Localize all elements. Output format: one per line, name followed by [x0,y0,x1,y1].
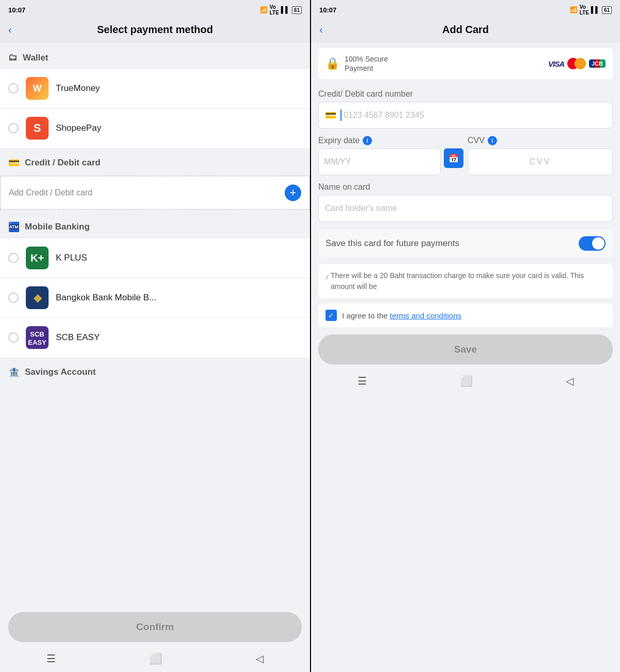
radio-truemoney[interactable] [8,83,19,94]
name-placeholder: Card holder's name [325,204,397,213]
add-card-button[interactable]: + [285,185,301,201]
list-item-truemoney[interactable]: W TrueMoney [0,68,310,108]
page-title-left: Select payment method [97,24,213,36]
nav-back-icon-right[interactable]: ◁ [566,375,574,387]
nav-back-icon[interactable]: ◁ [256,652,264,665]
expiry-input-group: MM/YY 📅 [318,148,463,175]
savings-icon: 🏦 [8,366,20,378]
name-label: Name on card [318,182,613,192]
card-input-icon: 💳 [325,110,336,121]
nav-bar-left: ☰ ⬜ ◁ [0,647,310,672]
header-right: ‹ Add Card [311,18,620,43]
label-shopeepay: ShopeePay [56,123,101,133]
expiry-input[interactable]: MM/YY [318,148,441,175]
time-left: 10:07 [8,6,25,14]
radio-kplus[interactable] [8,253,19,263]
credit-icon: 💳 [8,157,20,169]
section-savings-label: Savings Account [25,367,96,377]
card-logos: VISA JCB [548,58,606,69]
list-item-shopeepay[interactable]: S ShopeePay [0,108,310,148]
info-text: There will be a 20 Baht transaction char… [331,270,606,292]
card-number-placeholder: 0123 4567 8901 2345 [344,111,424,120]
status-bar-left: 10:07 📶 VoLTE ▌▌ 61 [0,0,310,18]
right-panel: 10:07 📶 VoLTE ▌▌ 61 ‹ Add Card 🔒 100% Se… [310,0,620,672]
agree-row: ✓ I agree to the terms and conditions [318,303,613,327]
list-item-scb[interactable]: SCBEASY SCB EASY [0,317,310,357]
status-icons-left: 📶 VoLTE ▌▌ 61 [260,4,302,16]
cvv-placeholder: CVV [530,157,551,166]
list-item-kplus[interactable]: K+ K PLUS [0,238,310,278]
radio-bangkok[interactable] [8,293,19,303]
back-button-right[interactable]: ‹ [319,24,323,36]
expiry-label: Expiry date i [318,136,463,145]
toggle-knob [592,237,605,250]
cvv-label: CVV i [468,136,613,145]
label-bangkok: Bangkok Bank Mobile B... [56,293,157,303]
cvv-field: CVV i CVV [468,129,613,175]
save-card-row: Save this card for future payments [318,229,613,258]
list-item-bangkok[interactable]: ◆ Bangkok Bank Mobile B... [0,278,310,317]
cvv-info-icon[interactable]: i [488,136,497,145]
expiry-field: Expiry date i MM/YY 📅 [318,129,463,175]
jcb-logo: JCB [589,59,606,68]
section-mobile-label: Mobile Banking [25,222,90,232]
cvv-input[interactable]: CVV [468,148,613,175]
section-savings: 🏦 Savings Account [0,357,310,383]
back-button-left[interactable]: ‹ [8,24,12,36]
section-mobile: 🏧 Mobile Banking [0,212,310,238]
calendar-button[interactable]: 📅 [444,148,463,168]
logo-scb: SCBEASY [26,326,49,349]
bottom-bar-left: Confirm [0,605,310,647]
mc-orange-circle [575,58,586,69]
save-button[interactable]: Save [318,334,613,364]
visa-logo: VISA [548,59,564,68]
content-left: 🗂 Wallet W TrueMoney S ShopeePay 💳 Credi… [0,43,310,605]
section-credit-label: Credit / Debit card [25,158,100,168]
card-number-input[interactable]: 💳 0123 4567 8901 2345 [318,102,613,129]
label-truemoney: TrueMoney [56,83,100,94]
save-card-toggle[interactable] [579,236,606,251]
logo-truemoney: W [26,77,49,100]
cursor [340,110,342,121]
section-wallet-label: Wallet [23,53,48,63]
mobile-icon: 🏧 [8,221,20,233]
secure-text: 100% SecurePayment [345,54,543,73]
page-title-right: Add Card [442,24,489,36]
add-card-label: Add Credit / Debit card [9,188,92,197]
card-number-label: Credit/ Debit card number [318,89,613,99]
nav-home-icon[interactable]: ⬜ [149,652,162,665]
nav-menu-icon[interactable]: ☰ [47,652,56,665]
mastercard-logo [567,58,586,69]
add-card-row[interactable]: Add Credit / Debit card + [0,176,310,210]
info-box: 𝑖 There will be a 20 Baht transaction ch… [318,264,613,298]
save-card-text: Save this card for future payments [326,238,459,249]
label-kplus: K PLUS [56,253,87,263]
section-credit: 💳 Credit / Debit card [0,148,310,174]
left-panel: 10:07 📶 VoLTE ▌▌ 61 ‹ Select payment met… [0,0,310,672]
card-form: Credit/ Debit card number 💳 0123 4567 89… [311,82,620,222]
logo-shopeepay: S [26,117,49,140]
confirm-button[interactable]: Confirm [8,612,302,642]
expiry-info-icon[interactable]: i [363,136,372,145]
time-right: 10:07 [319,6,336,14]
wallet-icon: 🗂 [8,52,18,63]
terms-link[interactable]: terms and conditions [390,311,461,320]
nav-menu-icon-right[interactable]: ☰ [358,375,367,387]
radio-scb[interactable] [8,332,19,343]
expiry-placeholder: MM/YY [324,157,351,166]
radio-shopeepay[interactable] [8,123,19,133]
agree-checkbox[interactable]: ✓ [326,310,337,321]
logo-bangkok: ◆ [26,286,49,309]
shield-icon: 🔒 [326,57,339,70]
expiry-cvv-row: Expiry date i MM/YY 📅 CVV i CVV [318,129,613,175]
agree-text: I agree to the terms and conditions [342,311,461,320]
secure-payment-row: 🔒 100% SecurePayment VISA JCB [318,48,613,79]
nav-home-icon-right[interactable]: ⬜ [460,375,473,387]
header-left: ‹ Select payment method [0,18,310,43]
status-icons-right: 📶 VoLTE ▌▌ 61 [570,4,612,16]
logo-kplus: K+ [26,247,49,269]
info-icon: 𝑖 [326,271,328,292]
status-bar-right: 10:07 📶 VoLTE ▌▌ 61 [311,0,620,18]
section-wallet: 🗂 Wallet [0,43,310,68]
name-input[interactable]: Card holder's name [318,195,613,222]
